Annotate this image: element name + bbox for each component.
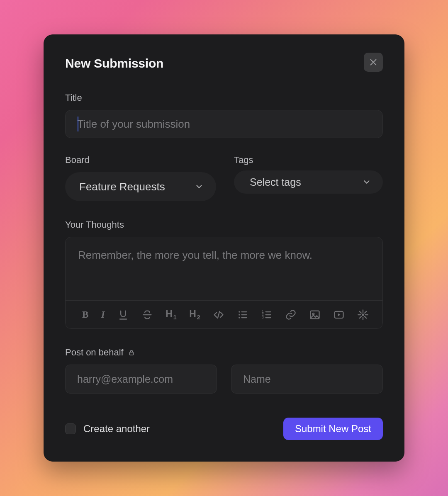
svg-rect-10: [129, 352, 133, 355]
underline-icon: [117, 309, 129, 321]
svg-point-0: [239, 311, 240, 313]
title-field: Title: [65, 92, 383, 138]
board-field: Board Feature Requests: [65, 155, 214, 201]
board-label: Board: [65, 155, 214, 165]
close-button[interactable]: [364, 53, 383, 72]
behalf-label: Post on behalf: [65, 347, 383, 358]
bold-button[interactable]: B: [82, 308, 89, 321]
image-icon: [309, 309, 321, 321]
create-another-checkbox[interactable]: Create another: [65, 423, 150, 435]
bullet-list-icon: [237, 309, 248, 321]
board-select-value: Feature Requests: [79, 180, 165, 193]
tags-select[interactable]: Select tags: [234, 170, 383, 194]
checkbox-box: [65, 423, 76, 434]
behalf-email-input[interactable]: [65, 365, 217, 394]
video-icon: [333, 309, 345, 321]
tags-select-placeholder: Select tags: [250, 176, 301, 188]
chevron-down-icon: [195, 182, 204, 191]
board-select[interactable]: Feature Requests: [65, 172, 216, 201]
close-icon: [369, 58, 378, 67]
modal-footer: Create another Submit New Post: [65, 418, 383, 440]
svg-point-2: [239, 317, 240, 319]
text-caret: [78, 117, 78, 131]
tags-field: Tags Select tags: [234, 155, 383, 201]
image-button[interactable]: [309, 308, 321, 321]
thoughts-textarea[interactable]: Remember, the more you tell, the more we…: [66, 237, 382, 300]
underline-button[interactable]: [117, 308, 129, 321]
behalf-name-input[interactable]: [231, 365, 383, 394]
link-icon: [285, 309, 297, 321]
italic-button[interactable]: I: [101, 308, 105, 321]
modal-header: New Submission: [65, 55, 383, 72]
title-label: Title: [65, 92, 383, 103]
modal-title: New Submission: [65, 56, 163, 71]
new-submission-modal: New Submission Title Board Feature Reque…: [44, 34, 404, 462]
numbered-list-icon: 123: [261, 309, 273, 321]
numbered-list-button[interactable]: 123: [261, 308, 273, 321]
code-icon: [213, 309, 224, 321]
editor-toolbar: B I H1 H2 123: [66, 300, 382, 328]
behalf-row: [65, 365, 383, 394]
strikethrough-icon: [141, 309, 153, 321]
h2-button[interactable]: H2: [189, 308, 200, 321]
create-another-label: Create another: [83, 423, 150, 435]
tags-label: Tags: [234, 155, 383, 165]
lock-icon: [128, 349, 135, 356]
board-tags-row: Board Feature Requests Tags Select tags: [65, 155, 383, 201]
thoughts-field: Your Thoughts Remember, the more you tel…: [65, 219, 383, 329]
chevron-down-icon: [362, 177, 371, 187]
link-button[interactable]: [285, 308, 297, 321]
svg-point-7: [313, 313, 314, 314]
h1-button[interactable]: H1: [166, 308, 177, 321]
title-input-wrap: [65, 110, 383, 138]
svg-point-1: [239, 314, 240, 316]
bullet-list-button[interactable]: [237, 308, 248, 321]
behalf-section: Post on behalf: [65, 347, 383, 394]
video-button[interactable]: [333, 308, 345, 321]
code-button[interactable]: [213, 308, 224, 321]
loom-icon: [357, 309, 369, 321]
thoughts-editor: Remember, the more you tell, the more we…: [65, 237, 383, 329]
thoughts-label: Your Thoughts: [65, 219, 383, 230]
svg-text:3: 3: [262, 316, 264, 319]
svg-point-9: [362, 314, 364, 316]
strikethrough-button[interactable]: [141, 308, 153, 321]
loom-button[interactable]: [357, 308, 369, 321]
submit-button[interactable]: Submit New Post: [283, 418, 383, 440]
title-input[interactable]: [65, 110, 383, 138]
